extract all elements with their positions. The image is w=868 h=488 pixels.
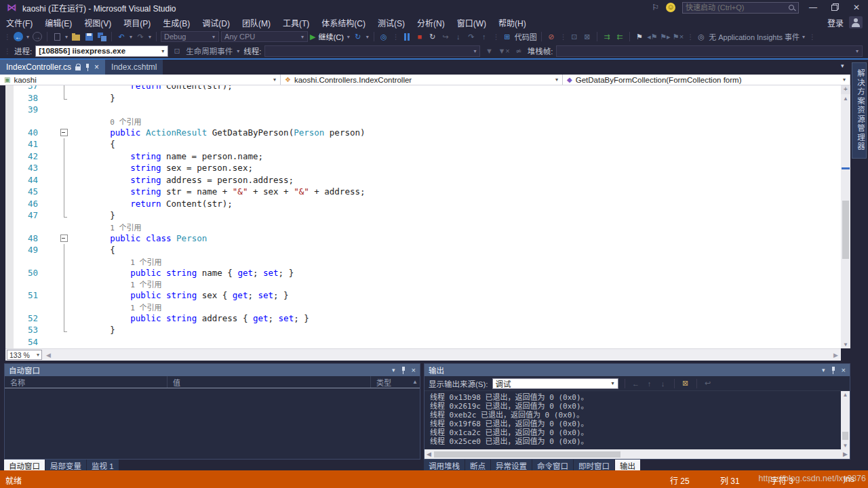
hscroll-right-arrow[interactable]: ▶: [843, 451, 848, 458]
panel-tab[interactable]: 断点: [465, 460, 490, 470]
analysis-overflow[interactable]: ⋮: [559, 33, 567, 41]
pin-icon[interactable]: [85, 64, 90, 71]
scrollbar-thumb[interactable]: [842, 432, 848, 440]
panel-tab[interactable]: 局部变量: [45, 460, 86, 470]
type-select[interactable]: ❖ kaoshi.Controllers.IndexController ▾: [281, 75, 563, 85]
code-line[interactable]: 38 }: [5, 92, 841, 104]
code-line[interactable]: 49 {: [5, 244, 841, 256]
autos-header[interactable]: 自动窗口 ▾ ×: [5, 364, 420, 376]
word-wrap-button[interactable]: ↩: [703, 379, 713, 388]
output-vertical-scrollbar[interactable]: ▲ ▼: [841, 391, 850, 449]
menu-item[interactable]: 项目(P): [117, 15, 157, 30]
close-icon[interactable]: ×: [94, 62, 99, 72]
application-insights-dropdown[interactable]: ▾: [802, 34, 806, 40]
menu-item[interactable]: 文件(F): [0, 15, 39, 30]
menu-item[interactable]: 分析(N): [411, 15, 451, 30]
code-line[interactable]: 37 return Content(str);: [5, 85, 841, 92]
menu-item[interactable]: 窗口(W): [451, 15, 492, 30]
redo-button[interactable]: ↷: [135, 31, 146, 42]
hscroll-left-arrow[interactable]: ◀: [427, 451, 431, 458]
scroll-down-arrow[interactable]: ▼: [841, 443, 850, 449]
find-message-button[interactable]: ←: [631, 380, 641, 388]
debug-toolbar-overflow[interactable]: ⋮: [492, 33, 500, 41]
output-source-select[interactable]: 调试▾: [492, 378, 618, 389]
codelens-references[interactable]: 1 个引用: [130, 304, 161, 312]
menu-item[interactable]: 编辑(E): [39, 15, 78, 30]
lifecycle-events-button[interactable]: 生命周期事件: [186, 45, 233, 56]
minimize-button[interactable]: —: [806, 3, 821, 12]
panel-tab[interactable]: 输出: [615, 460, 640, 470]
live-visual-tree-button[interactable]: ⊡: [569, 31, 580, 42]
previous-bookmark-button[interactable]: ◂⚑: [647, 31, 658, 42]
comment-out-button[interactable]: ⇉: [601, 31, 612, 42]
clear-all-button[interactable]: ⊠: [681, 379, 690, 388]
codelens-references[interactable]: 1 个引用: [130, 281, 161, 289]
undo-dropdown[interactable]: ▾: [129, 34, 133, 40]
step-out-button[interactable]: ↑: [479, 31, 490, 42]
restart-app-dropdown[interactable]: ▾: [366, 34, 370, 40]
code-line[interactable]: 39: [5, 104, 841, 116]
autos-body[interactable]: [5, 388, 420, 459]
solution-configuration-select[interactable]: Debug▾: [161, 31, 219, 42]
panel-tab[interactable]: 监视 1: [87, 460, 119, 470]
thread-select[interactable]: ▾: [264, 45, 480, 57]
menu-item[interactable]: 帮助(H): [492, 15, 532, 30]
navigate-forward-button[interactable]: →: [32, 31, 43, 42]
column-header[interactable]: 值: [167, 376, 371, 388]
document-list-dropdown[interactable]: ▾: [841, 62, 844, 69]
scroll-down-arrow[interactable]: ▼: [841, 342, 850, 348]
member-select[interactable]: ◆ GetDataByFormCollection(FormCollection…: [563, 75, 850, 85]
collapse-toggle[interactable]: [60, 127, 69, 139]
bookmark-overflow[interactable]: ⋮: [686, 33, 694, 41]
continue-button[interactable]: ▶ 继续(C) ▾: [310, 31, 351, 42]
codelens-row[interactable]: 1 个引用: [5, 302, 841, 312]
browser-link-button[interactable]: ◎: [378, 31, 389, 42]
step-over-button[interactable]: ↷: [466, 31, 477, 42]
code-line[interactable]: 46 return Content(str);: [5, 198, 841, 210]
stop-debugging-button[interactable]: ■: [414, 31, 425, 42]
project-select[interactable]: ▣ kaoshi ▾: [0, 75, 281, 85]
stack-frame-select[interactable]: ▾: [556, 45, 863, 57]
zoom-level-select[interactable]: 133 %▾: [7, 350, 42, 360]
panel-tab[interactable]: 即时窗口: [574, 460, 614, 470]
panel-tab[interactable]: 命令窗口: [532, 460, 573, 470]
redo-dropdown[interactable]: ▾: [148, 34, 152, 40]
window-position-dropdown[interactable]: ▾: [822, 367, 825, 373]
scrollbar-thumb[interactable]: [434, 451, 620, 458]
previous-message-button[interactable]: ↑: [645, 380, 654, 388]
code-line[interactable]: 51 public string sex { get; set; }: [5, 289, 841, 302]
solution-platform-select[interactable]: Any CPU▾: [221, 31, 308, 42]
column-header[interactable]: 名称: [5, 376, 167, 388]
solution-explorer-tab[interactable]: 解决方案资源管理器: [852, 62, 867, 159]
code-line[interactable]: 52 public string address { get; set; }: [5, 312, 841, 325]
code-line[interactable]: 40 public ActionResult GetDataByPerson(P…: [5, 127, 841, 139]
flag-threads-filter-icon[interactable]: ▼: [484, 45, 494, 56]
code-line[interactable]: 43 string sex = person.sex;: [5, 162, 841, 174]
restart-app-button[interactable]: ↻: [353, 31, 363, 42]
live-property-explorer-button[interactable]: ⊠: [582, 31, 593, 42]
step-into-button[interactable]: ↓: [453, 31, 464, 42]
new-file-dropdown[interactable]: ▾: [64, 34, 68, 40]
toggle-suspended-threads-icon[interactable]: ≄: [513, 45, 524, 56]
close-icon[interactable]: ×: [842, 366, 846, 374]
codelens-row[interactable]: 1 个引用: [5, 279, 841, 289]
output-body[interactable]: 线程 0x13b98 已退出，返回值为 0 (0x0)。线程 0x2619c 已…: [425, 391, 850, 449]
lifecycle-events-dropdown[interactable]: ▾: [236, 48, 240, 54]
application-insights-button[interactable]: 无 Application Insights 事件: [709, 31, 800, 42]
hscroll-left-arrow[interactable]: ◀: [46, 352, 51, 359]
editor-tab[interactable]: IndexController.cs×: [0, 60, 105, 75]
break-all-button[interactable]: [401, 31, 412, 42]
codelens-row[interactable]: 1 个引用: [5, 222, 841, 232]
sign-in-link[interactable]: 登录: [827, 17, 844, 28]
uncomment-button[interactable]: ⇇: [614, 31, 625, 42]
navigate-back-dropdown[interactable]: ▾: [26, 34, 30, 40]
feedback-smiley-icon[interactable]: ☺: [666, 3, 675, 12]
code-line[interactable]: 45 string str = name + "&" + sex + "&" +…: [5, 186, 841, 198]
menu-item[interactable]: 团队(M): [236, 15, 277, 30]
clear-bookmarks-button[interactable]: ⚑×: [673, 31, 684, 42]
code-line[interactable]: 44 string address = person.address;: [5, 174, 841, 186]
scrollbar-thumb[interactable]: [842, 201, 849, 259]
codelens-row[interactable]: 0 个引用: [5, 116, 841, 127]
code-editor[interactable]: 37 return Content(str);38 }39 0 个引用40 pu…: [5, 85, 841, 348]
window-position-dropdown[interactable]: ▾: [392, 367, 395, 373]
